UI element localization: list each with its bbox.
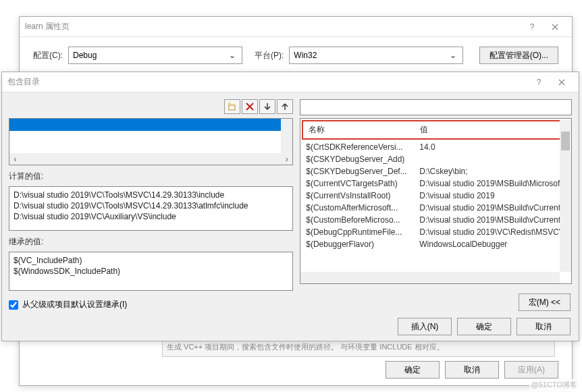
macro-name: $(CSKYDebugServer_Def... bbox=[300, 165, 414, 177]
vertical-scrollbar[interactable] bbox=[560, 120, 571, 272]
parent-title: learn 属性页 bbox=[25, 21, 521, 32]
header-name[interactable]: 名称 bbox=[303, 121, 415, 138]
inherit-checkbox-row: 从父级或项目默认设置继承(I) bbox=[9, 299, 293, 310]
chevron-down-icon: ⌄ bbox=[227, 51, 238, 60]
dialog-titlebar: 包含目录 ? bbox=[2, 72, 579, 92]
svg-point-1 bbox=[228, 103, 231, 105]
header-value[interactable]: 值 bbox=[415, 121, 433, 138]
apply-button[interactable]: 应用(A) bbox=[504, 361, 558, 379]
grid-header: 名称 值 bbox=[302, 120, 570, 140]
macro-name: $(CustomBeforeMicroso... bbox=[300, 214, 414, 226]
left-column: ‹ › 计算的值: D:\visual studio 2019\VC\Tools… bbox=[9, 99, 293, 334]
scroll-left-icon[interactable]: ‹ bbox=[9, 153, 21, 165]
macros-toggle-button[interactable]: 宏(M) << bbox=[519, 293, 571, 311]
parent-titlebar: learn 属性页 ? bbox=[20, 17, 572, 37]
macro-row[interactable]: $(CurrentVsInstallRoot)D:\visual studio … bbox=[300, 190, 571, 202]
macro-row[interactable]: $(CurrentVCTargetsPath)D:\visual studio … bbox=[300, 177, 571, 190]
macro-row[interactable]: $(DebuggerFlavor)WindowsLocalDebugger bbox=[300, 238, 571, 250]
config-row: 配置(C): Debug ⌄ 平台(P): Win32 ⌄ 配置管理器(O)..… bbox=[20, 37, 572, 74]
macro-value: D:\visual studio 2019\MSBuild\vCurrent\ bbox=[414, 202, 571, 214]
computed-value-line: D:\visual studio 2019\VC\Tools\MSVC\14.2… bbox=[14, 190, 288, 200]
macro-value: 14.0 bbox=[414, 141, 571, 153]
move-down-button[interactable] bbox=[259, 99, 275, 114]
config-manager-button[interactable]: 配置管理器(O)... bbox=[479, 47, 558, 64]
scrollbar-thumb[interactable] bbox=[561, 132, 570, 150]
macro-row[interactable]: $(DebugCppRuntimeFile...D:\visual studio… bbox=[300, 226, 571, 238]
config-label: 配置(C): bbox=[33, 50, 63, 61]
macro-value: D:\visual studio 2019 bbox=[414, 190, 571, 202]
macro-name: $(CrtSDKReferenceVersi... bbox=[300, 141, 414, 153]
inherit-checkbox[interactable] bbox=[9, 300, 18, 310]
macro-row[interactable]: $(CustomBeforeMicroso...D:\visual studio… bbox=[300, 214, 571, 226]
cancel-button[interactable]: 取消 bbox=[517, 318, 571, 335]
dialog-title: 包含目录 bbox=[7, 76, 527, 88]
scroll-right-icon[interactable]: › bbox=[281, 153, 292, 165]
computed-label: 计算的值: bbox=[9, 171, 293, 182]
macro-row[interactable]: $(CSKYDebugServer_Add) bbox=[300, 153, 571, 165]
help-button[interactable]: ? bbox=[527, 74, 550, 90]
macro-value: D:\visual studio 2019\VC\Redist\MSVC\1 bbox=[414, 226, 571, 238]
close-button[interactable] bbox=[544, 19, 566, 35]
chevron-down-icon: ⌄ bbox=[448, 51, 458, 60]
dialog-button-row: 插入(N) 确定 取消 bbox=[398, 318, 571, 335]
parent-button-row: 确定 取消 应用(A) bbox=[386, 361, 558, 379]
macro-name: $(DebugCppRuntimeFile... bbox=[300, 226, 414, 238]
help-button[interactable]: ? bbox=[521, 19, 544, 35]
macro-row[interactable]: $(CustomAfterMicrosoft...D:\visual studi… bbox=[300, 202, 571, 214]
horizontal-scrollbar[interactable] bbox=[300, 272, 560, 283]
new-line-button[interactable] bbox=[224, 99, 240, 114]
watermark: @51CTO博客 bbox=[529, 379, 579, 391]
cancel-button[interactable]: 取消 bbox=[445, 361, 499, 379]
vertical-scrollbar[interactable] bbox=[281, 119, 292, 153]
macro-name: $(DebuggerFlavor) bbox=[300, 238, 414, 250]
platform-dropdown[interactable]: Win32 ⌄ bbox=[289, 47, 463, 64]
config-dropdown[interactable]: Debug ⌄ bbox=[68, 47, 242, 64]
computed-value-line: D:\visual studio 2019\VC\Tools\MSVC\14.2… bbox=[14, 200, 288, 211]
macro-name: $(CSKYDebugServer_Add) bbox=[300, 153, 414, 165]
paths-listbox[interactable]: ‹ › bbox=[9, 118, 293, 165]
delete-button[interactable] bbox=[242, 99, 258, 114]
computed-values-box: D:\visual studio 2019\VC\Tools\MSVC\14.2… bbox=[9, 186, 293, 231]
config-value: Debug bbox=[73, 51, 227, 60]
ok-button[interactable]: 确定 bbox=[386, 361, 440, 379]
include-dirs-dialog: 包含目录 ? bbox=[1, 72, 579, 341]
macro-value: D:\visual studio 2019\MSBuild\Microsoft bbox=[414, 177, 571, 190]
macro-name: $(CustomAfterMicrosoft... bbox=[300, 202, 414, 214]
insert-button[interactable]: 插入(N) bbox=[398, 318, 452, 335]
macro-row[interactable]: $(CSKYDebugServer_Def...D:\Cskey\bin; bbox=[300, 165, 571, 177]
move-up-button[interactable] bbox=[277, 99, 293, 114]
inherited-value-line: $(WindowsSDK_IncludePath) bbox=[14, 266, 288, 277]
platform-value: Win32 bbox=[294, 51, 448, 60]
platform-label: 平台(P): bbox=[255, 50, 284, 61]
macro-value: D:\visual studio 2019\MSBuild\vCurrent\ bbox=[414, 214, 571, 226]
macro-row[interactable]: $(CrtSDKReferenceVersi...14.0 bbox=[300, 141, 571, 153]
inherited-label: 继承的值: bbox=[9, 236, 293, 248]
inherit-checkbox-label: 从父级或项目默认设置继承(I) bbox=[22, 299, 127, 310]
inherited-value-line: $(VC_IncludePath) bbox=[14, 255, 288, 266]
list-toolbar bbox=[9, 99, 293, 114]
computed-value-line: D:\visual studio 2019\VC\Auxiliary\VS\in… bbox=[14, 211, 288, 222]
inherited-values-box: $(VC_IncludePath) $(WindowsSDK_IncludePa… bbox=[9, 252, 293, 291]
horizontal-scrollbar[interactable]: ‹ › bbox=[9, 153, 292, 165]
macro-search-input[interactable] bbox=[300, 99, 572, 115]
macro-name: $(CurrentVsInstallRoot) bbox=[300, 190, 414, 202]
close-button[interactable] bbox=[550, 74, 573, 90]
macro-grid[interactable]: 名称 值 $(CrtSDKReferenceVersi...14.0$(CSKY… bbox=[300, 118, 572, 284]
ok-button[interactable]: 确定 bbox=[457, 318, 511, 335]
macro-value: D:\Cskey\bin; bbox=[414, 165, 571, 177]
svg-rect-0 bbox=[229, 105, 235, 110]
grid-rows: $(CrtSDKReferenceVersi...14.0$(CSKYDebug… bbox=[300, 141, 571, 250]
macro-value: WindowsLocalDebugger bbox=[414, 238, 571, 250]
macro-name: $(CurrentVCTargetsPath) bbox=[300, 177, 414, 190]
macro-value bbox=[414, 153, 571, 165]
selected-row[interactable] bbox=[9, 119, 292, 131]
